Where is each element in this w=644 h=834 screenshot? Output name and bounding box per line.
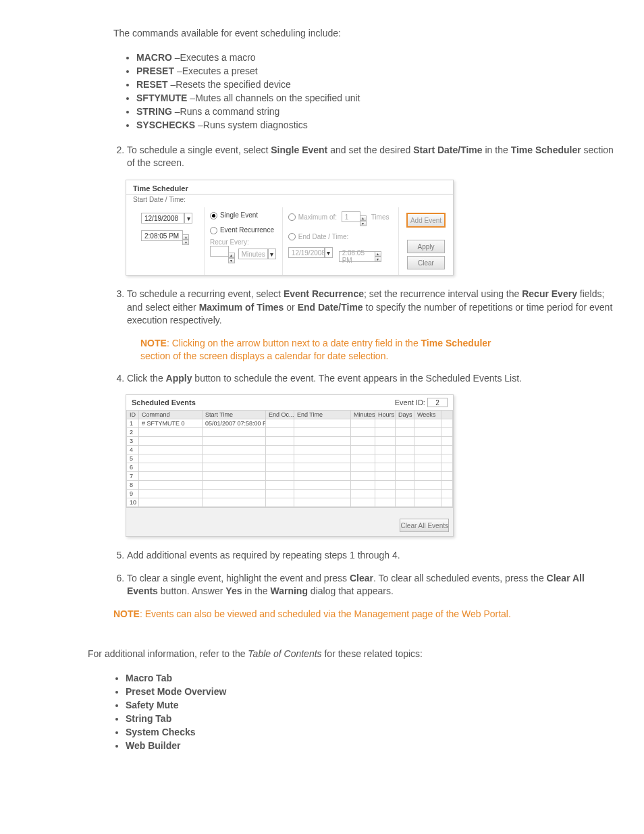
end-date-radio[interactable] — [288, 233, 296, 240]
cmd-name: SYSCHECKS — [136, 120, 195, 130]
recur-every-label: Recur Every: — [210, 238, 277, 246]
cmd-name: STRING — [136, 106, 172, 117]
cmd-desc: –Mutes all channels on the specified uni… — [187, 93, 360, 103]
table-row[interactable]: 3 — [127, 437, 453, 446]
single-event-radio[interactable] — [210, 212, 217, 219]
step-3: To schedule a recurring event, select Ev… — [127, 288, 614, 328]
step-2: To schedule a single event, select Singl… — [127, 144, 614, 170]
end-time-stepper[interactable]: ▴▾ — [375, 251, 381, 262]
table-row[interactable]: 5 — [127, 454, 453, 463]
cmd-name: SFTYMUTE — [136, 93, 187, 103]
table-row[interactable]: 9 — [127, 490, 453, 498]
time-stepper[interactable]: ▴▾ — [182, 234, 189, 245]
table-row[interactable]: 1# SFTYMUTE 005/01/2007 07:58:00 PM — [127, 419, 453, 428]
step-4: Click the Apply button to schedule the e… — [127, 372, 614, 386]
cmd-desc: –Runs a command string — [172, 106, 280, 117]
cmd-name: MACRO — [136, 52, 172, 63]
table-header-row: IDCommandStart TimeEnd Oc...End TimeMinu… — [127, 411, 453, 419]
event-recurrence-label: Event Recurrence — [220, 226, 274, 234]
table-row[interactable]: 2 — [127, 428, 453, 437]
command-list: MACRO –Executes a macro PRESET –Executes… — [88, 52, 614, 130]
list-item: String Tab — [126, 713, 614, 724]
recur-count-field[interactable] — [210, 246, 229, 257]
recur-stepper[interactable]: ▴▾ — [228, 253, 235, 263]
add-event-button[interactable]: Add Event — [406, 213, 446, 228]
list-item: Web Builder — [126, 740, 614, 751]
event-id-label: Event ID: — [395, 398, 425, 407]
table-row[interactable]: 6 — [127, 463, 453, 472]
clear-all-events-button[interactable]: Clear All Events — [400, 519, 449, 532]
note-1: NOTE: Clicking on the arrow button next … — [140, 337, 522, 363]
list-item: System Checks — [126, 727, 614, 737]
cmd-desc: –Executes a preset — [174, 66, 258, 76]
start-datetime-label: Start Date / Time: — [126, 194, 453, 207]
cmd-name: RESET — [136, 79, 168, 90]
single-event-label: Single Event — [220, 211, 258, 219]
table-row[interactable]: 7 — [127, 472, 453, 481]
recur-unit-field[interactable]: Minutes — [238, 249, 268, 259]
list-item: Macro Tab — [126, 673, 614, 683]
start-date-field[interactable]: 12/19/2008 — [141, 213, 184, 224]
table-row[interactable]: 4 — [127, 446, 453, 454]
note-2: NOTE: Events can also be viewed and sche… — [113, 608, 614, 621]
cmd-desc: –Runs system diagnostics — [195, 120, 308, 130]
table-row[interactable]: 10 — [127, 498, 453, 507]
event-recurrence-radio[interactable] — [210, 227, 217, 234]
scheduler-title: Time Scheduler — [126, 180, 453, 194]
cmd-desc: –Resets the specified device — [168, 79, 291, 90]
chevron-down-icon[interactable]: ▾ — [268, 249, 276, 259]
end-date-label: End Date / Time: — [298, 233, 348, 240]
cmd-desc: –Executes a macro — [172, 52, 256, 63]
step-6: To clear a single event, highlight the e… — [127, 572, 614, 598]
max-of-radio[interactable] — [288, 213, 296, 221]
intro-text: The commands available for event schedul… — [113, 27, 614, 40]
chevron-down-icon[interactable]: ▾ — [325, 247, 333, 258]
clear-button[interactable]: Clear — [407, 256, 445, 269]
events-table: IDCommandStart TimeEnd Oc...End TimeMinu… — [126, 410, 453, 507]
cmd-name: PRESET — [136, 66, 174, 76]
max-of-field[interactable]: 1 — [342, 211, 360, 222]
start-time-field[interactable]: 2:08:05 PM — [141, 230, 183, 241]
additional-info: For additional information, refer to the… — [88, 648, 614, 660]
list-item: Safety Mute — [126, 700, 614, 710]
chevron-down-icon[interactable]: ▾ — [184, 213, 192, 224]
scheduled-events-title: Scheduled Events — [132, 398, 196, 407]
list-item: Preset Mode Overview — [126, 686, 614, 697]
max-of-stepper[interactable]: ▴▾ — [360, 215, 367, 226]
apply-button[interactable]: Apply — [407, 240, 445, 253]
table-row[interactable]: 8 — [127, 481, 453, 490]
related-topics-list: Macro Tab Preset Mode Overview Safety Mu… — [88, 673, 614, 751]
max-of-label: Maximum of: — [298, 213, 337, 221]
step-5: Add additional events as required by rep… — [127, 549, 614, 563]
event-id-value: 2 — [427, 398, 448, 407]
time-scheduler-screenshot: Time Scheduler Start Date / Time: 12/19/… — [126, 180, 454, 276]
times-label: Times — [371, 213, 390, 221]
end-date-field[interactable]: 12/19/2008 — [288, 247, 325, 258]
end-time-field[interactable]: 2:08:05 PM — [339, 251, 375, 262]
scheduled-events-screenshot: Scheduled Events Event ID: 2 IDCommandSt… — [126, 394, 454, 537]
